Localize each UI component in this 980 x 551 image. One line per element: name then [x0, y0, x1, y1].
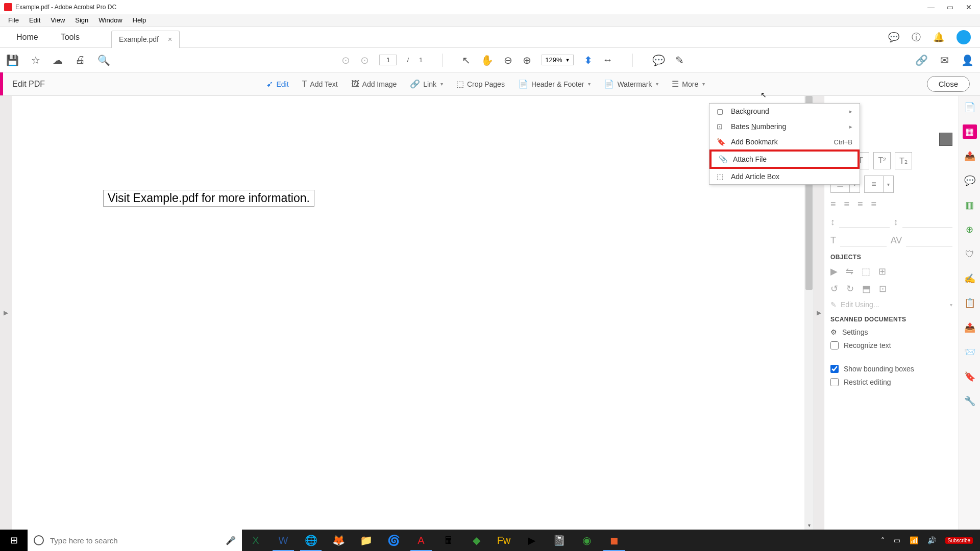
add-text-tool[interactable]: TAdd Text [302, 80, 338, 89]
hscale-dd[interactable] [840, 234, 887, 246]
document-area[interactable]: Visit Example.pdf for more information. … [12, 96, 814, 530]
header-footer-tool[interactable]: 📄Header & Footer▾ [518, 79, 591, 89]
export-pdf-icon[interactable]: 📤 [963, 149, 977, 163]
superscript-button[interactable]: T² [873, 152, 891, 169]
menu-file[interactable]: File [3, 16, 24, 24]
crop-tool[interactable]: ⬚Crop Pages [456, 79, 505, 89]
cloud-icon[interactable]: ☁ [53, 54, 63, 66]
fill-sign-icon[interactable]: ✍ [963, 271, 977, 286]
close-editbar-button[interactable]: Close [927, 76, 970, 92]
more-bates[interactable]: ⊡ Bates Numbering ▸ [709, 119, 860, 134]
search-input[interactable] [50, 536, 219, 545]
menu-help[interactable]: Help [128, 16, 152, 24]
comment-strip-icon[interactable]: 💬 [963, 173, 977, 188]
recognize-checkbox[interactable] [830, 341, 839, 349]
restrict-checkbox[interactable] [830, 378, 839, 386]
zoom-in-icon[interactable]: ⊕ [523, 54, 531, 66]
app-note[interactable]: ◆ [462, 530, 490, 551]
watermark-tool[interactable]: 📄Watermark▾ [604, 79, 658, 89]
edit-tool[interactable]: ➹Edit [266, 79, 288, 89]
app-recorder[interactable]: ◼ [600, 530, 628, 551]
app-camtasia[interactable]: ◉ [573, 530, 600, 551]
app-calculator[interactable]: 🖩 [435, 530, 462, 551]
align-justify-icon[interactable]: ≡ [871, 199, 877, 210]
number-list-dropdown[interactable]: ▾ [884, 176, 894, 193]
settings-row[interactable]: ⚙ Settings [830, 328, 952, 336]
menu-window[interactable]: Window [93, 16, 127, 24]
more-tool[interactable]: ☰More▾ [672, 79, 705, 89]
align-center-icon[interactable]: ≡ [844, 199, 850, 210]
mic-icon[interactable]: 🎤 [226, 536, 236, 545]
edit-pdf-strip-icon[interactable]: ▦ [963, 124, 977, 139]
tray-battery-icon[interactable]: ▭ [894, 536, 900, 544]
help-icon[interactable]: ⓘ [912, 31, 921, 43]
prepare-form-icon[interactable]: 📋 [963, 296, 977, 310]
send-comments-icon[interactable]: 📨 [963, 345, 977, 359]
maximize-button[interactable]: ▭ [947, 3, 953, 11]
taskbar-search[interactable]: 🎤 [28, 530, 242, 551]
search-icon[interactable]: 🔍 [97, 54, 110, 66]
create-pdf-icon[interactable]: 📄 [963, 100, 977, 114]
page-down-icon[interactable]: ⊙ [360, 54, 369, 66]
tab-tools[interactable]: Tools [50, 27, 91, 47]
para-spacing-icon[interactable]: ↕ [894, 217, 898, 228]
more-tools-icon[interactable]: 🔧 [963, 394, 977, 408]
hscale-icon[interactable]: T [830, 235, 836, 246]
highlight-icon[interactable]: ✎ [675, 54, 684, 66]
show-boxes-checkbox[interactable] [830, 365, 839, 373]
link-tool[interactable]: 🔗Link▾ [410, 79, 443, 89]
page-number-input[interactable] [379, 55, 397, 65]
line-spacing-dd[interactable] [839, 216, 890, 228]
more-attach-file[interactable]: 📎 Attach File [709, 149, 860, 169]
tray-volume-icon[interactable]: 🔊 [927, 536, 936, 544]
tab-home[interactable]: Home [5, 27, 50, 47]
color-swatch[interactable] [939, 133, 952, 146]
zoom-out-icon[interactable]: ⊖ [504, 54, 512, 66]
char-spacing-dd[interactable] [906, 234, 952, 246]
para-spacing-dd[interactable] [902, 216, 953, 228]
page-up-icon[interactable]: ⊙ [341, 54, 350, 66]
crop-obj-icon[interactable]: ⬚ [862, 266, 870, 277]
save-icon[interactable]: 💾 [6, 54, 19, 66]
start-button[interactable]: ⊞ [0, 530, 28, 551]
edit-using-row[interactable]: ✎ Edit Using... ▾ [830, 300, 952, 309]
number-list-button[interactable]: ≡ [864, 176, 884, 193]
protect-icon[interactable]: 🛡 [963, 247, 977, 261]
app-excel[interactable]: X [242, 530, 270, 551]
hand-icon[interactable]: ✋ [481, 54, 494, 66]
more-article-box[interactable]: ⬚ Add Article Box [709, 169, 860, 184]
avatar[interactable] [957, 30, 971, 44]
subscribe-badge[interactable]: Subscribe [945, 537, 973, 544]
app-word[interactable]: W [270, 530, 297, 551]
document-text-box[interactable]: Visit Example.pdf for more information. [103, 190, 314, 207]
stamp-icon[interactable]: 🔖 [963, 369, 977, 384]
align-left-icon[interactable]: ≡ [830, 199, 836, 210]
zoom-select[interactable]: 129%▼ [542, 55, 573, 65]
menu-sign[interactable]: Sign [70, 16, 93, 24]
more-bookmark[interactable]: 🔖 Add Bookmark Ctrl+B [709, 134, 860, 149]
fit-page-icon[interactable]: ⬍ [584, 54, 593, 66]
send-share-icon[interactable]: 📤 [963, 320, 977, 335]
play-icon[interactable]: ▶ [830, 266, 838, 277]
scroll-down-icon[interactable]: ▾ [804, 520, 814, 530]
flip-h-icon[interactable]: ⇋ [846, 266, 853, 277]
app-notepad[interactable]: 📓 [545, 530, 573, 551]
app-chrome[interactable]: 🌐 [297, 530, 325, 551]
tab-file[interactable]: Example.pdf × [111, 31, 180, 48]
add-image-tool[interactable]: 🖼Add Image [351, 80, 397, 89]
app-acrobat[interactable]: A [407, 530, 435, 551]
organize-icon[interactable]: ▥ [963, 198, 977, 212]
tray-up-icon[interactable]: ˄ [881, 536, 885, 544]
app-explorer[interactable]: 📁 [352, 530, 380, 551]
menu-view[interactable]: View [45, 16, 70, 24]
arrange-icon[interactable]: ⊡ [879, 283, 887, 294]
close-tab-icon[interactable]: × [168, 35, 172, 43]
rotate-cw-icon[interactable]: ↻ [846, 283, 854, 294]
close-window-button[interactable]: ✕ [966, 3, 972, 11]
replace-icon[interactable]: ⬒ [862, 283, 871, 294]
menu-edit[interactable]: Edit [24, 16, 45, 24]
more-background[interactable]: ▢ Background ▸ [709, 104, 860, 119]
bell-icon[interactable]: 🔔 [933, 32, 944, 43]
char-spacing-icon[interactable]: AV [891, 235, 902, 246]
fit-width-icon[interactable]: ↔ [603, 54, 613, 66]
